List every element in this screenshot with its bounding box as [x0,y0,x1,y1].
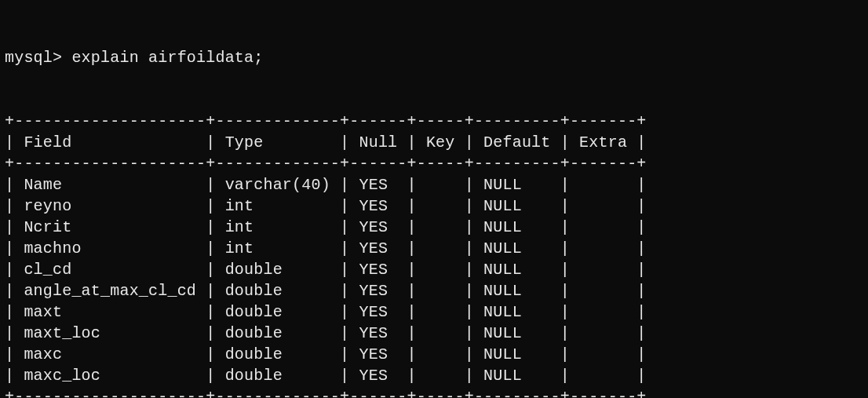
table-row: | maxt | double | YES | | NULL | | [5,301,863,323]
table-row: | maxc | double | YES | | NULL | | [5,344,863,365]
sql-command[interactable]: explain airfoildata; [71,49,263,67]
table-row: | cl_cd | double | YES | | NULL | | [5,259,863,280]
table-row: | maxc_loc | double | YES | | NULL | | [5,365,863,386]
table-row: | Name | varchar(40) | YES | | NULL | | [5,174,863,195]
table-row: | angle_at_max_cl_cd | double | YES | | … [5,280,863,301]
table-header-row: | Field | Type | Null | Key | Default | … [5,132,863,153]
result-table: +--------------------+-------------+----… [5,111,863,398]
shell-prompt: mysql> [5,49,62,67]
prompt-line[interactable]: mysql> explain airfoildata; [5,47,863,68]
table-separator: +--------------------+-------------+----… [5,111,863,132]
table-row: | reyno | int | YES | | NULL | | [5,195,863,217]
terminal-output: mysql> explain airfoildata; +-----------… [0,0,868,398]
table-row: | machno | int | YES | | NULL | | [5,238,863,259]
table-row: | Ncrit | int | YES | | NULL | | [5,217,863,238]
table-separator: +--------------------+-------------+----… [5,386,863,398]
table-separator: +--------------------+-------------+----… [5,153,863,174]
table-row: | maxt_loc | double | YES | | NULL | | [5,323,863,344]
